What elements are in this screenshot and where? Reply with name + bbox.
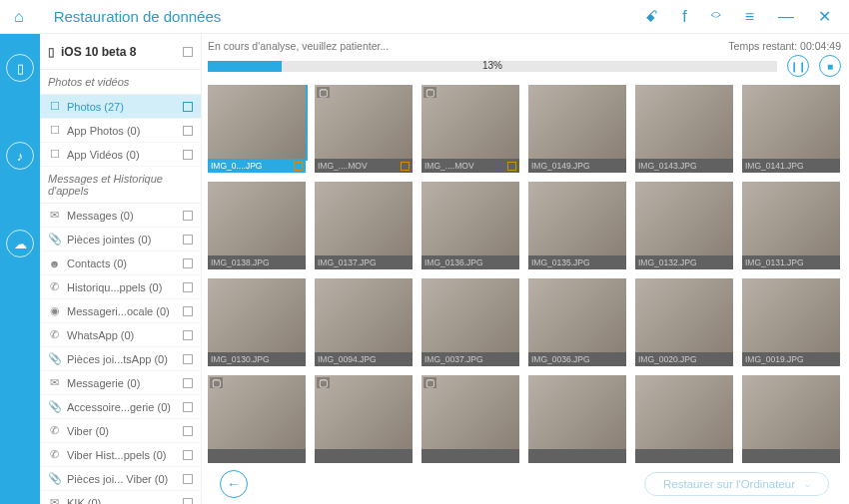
thumbnail[interactable]: IMG_0131.JPG	[742, 182, 840, 269]
close-icon[interactable]: ✕	[818, 7, 831, 26]
thumbnail[interactable]	[742, 375, 840, 463]
thumbnail[interactable]: IMG_0135.JPG	[528, 182, 626, 269]
item-checkbox[interactable]	[183, 282, 193, 292]
pause-button[interactable]: ❙❙	[787, 55, 809, 77]
item-icon: 📎	[48, 352, 61, 365]
sidebar-item[interactable]: 📎Pièces joi...tsApp (0)	[40, 347, 201, 371]
thumbnail[interactable]: IMG_0136.JPG	[422, 182, 519, 269]
item-checkbox[interactable]	[183, 402, 193, 412]
thumb-filename: IMG_0143.JPG	[638, 161, 730, 171]
thumbnail[interactable]: IMG_0141.JPG	[742, 85, 840, 173]
thumbnail[interactable]: IMG_0137.JPG	[315, 182, 413, 269]
thumb-filename: IMG_....MOV	[318, 161, 401, 171]
item-icon: ☻	[48, 257, 61, 269]
thumbnail[interactable]	[528, 375, 626, 463]
sidebar-item[interactable]: ✆Viber Hist...ppels (0)	[40, 443, 201, 467]
rail-device-icon[interactable]: ▯	[6, 54, 34, 82]
progress-status: En cours d'analyse, veuillez patienter..…	[208, 40, 389, 52]
titlebar: ⌂ Restauration de données ꗃ f ⌔ ≡ — ✕	[0, 0, 849, 34]
item-checkbox[interactable]	[183, 306, 193, 316]
key-icon[interactable]: ꗃ	[645, 8, 658, 26]
item-label: Messagerie (0)	[67, 377, 177, 389]
thumbnail[interactable]: ▢	[315, 375, 413, 463]
thumbnail[interactable]: IMG_0130.JPG	[208, 278, 306, 366]
sidebar-item[interactable]: ☐App Photos (0)	[40, 119, 201, 143]
item-label: App Photos (0)	[67, 125, 177, 137]
device-checkbox[interactable]	[183, 47, 193, 57]
thumbnail[interactable]: ▢IMG_....MOV	[422, 85, 519, 173]
thumbnail[interactable]	[635, 375, 733, 463]
item-checkbox[interactable]	[183, 211, 193, 221]
thumb-filename: IMG_0020.JPG	[638, 354, 730, 364]
thumbnail[interactable]: IMG_0149.JPG	[528, 85, 626, 173]
thumbnail[interactable]: ▢	[422, 375, 519, 463]
facebook-icon[interactable]: f	[682, 8, 686, 26]
sidebar-item[interactable]: ✆WhatsApp (0)	[40, 323, 201, 347]
left-rail: ▯ ♪ ☁	[0, 34, 40, 504]
rail-cloud-icon[interactable]: ☁	[6, 230, 34, 257]
device-icon: ▯	[48, 45, 55, 59]
minimize-icon[interactable]: —	[778, 8, 794, 26]
item-checkbox[interactable]	[183, 235, 193, 245]
item-label: Pièces joi...tsApp (0)	[67, 353, 177, 365]
thumbnail[interactable]: IMG_0138.JPG	[208, 182, 306, 269]
thumbnail[interactable]: IMG_0094.JPG	[315, 278, 413, 366]
sidebar-item[interactable]: 📎Pièces jointes (0)	[40, 228, 201, 252]
chat-icon[interactable]: ⌔	[711, 8, 721, 26]
back-button[interactable]: ←	[220, 470, 248, 498]
item-checkbox[interactable]	[183, 426, 193, 436]
thumb-filename: IMG_0130.JPG	[211, 354, 303, 364]
stop-button[interactable]: ■	[819, 55, 841, 77]
sidebar-item[interactable]: ◉Messageri...ocale (0)	[40, 299, 201, 323]
video-icon: ▢	[210, 377, 223, 388]
thumb-filename: IMG_0141.JPG	[745, 161, 837, 171]
item-icon: ✉	[48, 376, 61, 389]
item-checkbox[interactable]	[183, 474, 193, 484]
sidebar-item[interactable]: 📎Pièces joi... Viber (0)	[40, 467, 201, 491]
sidebar-item[interactable]: ☻Contacts (0)	[40, 252, 201, 275]
thumbnail[interactable]: ▢	[208, 375, 306, 463]
item-label: WhatsApp (0)	[67, 329, 177, 341]
item-label: Viber Hist...ppels (0)	[67, 449, 177, 461]
item-icon: ✆	[48, 424, 61, 437]
item-label: Historiqu...ppels (0)	[67, 281, 177, 293]
thumbnail[interactable]: IMG_0143.JPG	[635, 85, 733, 173]
menu-icon[interactable]: ≡	[745, 8, 754, 26]
thumb-filename: IMG_0149.JPG	[531, 161, 623, 171]
sidebar-item[interactable]: ✆Viber (0)	[40, 419, 201, 443]
sidebar-item[interactable]: ✉KIK (0)	[40, 491, 201, 504]
section-header: Messages et Historique d'appels	[40, 167, 201, 204]
item-checkbox[interactable]	[183, 354, 193, 364]
thumbnail[interactable]: ▢IMG_....MOV	[315, 85, 413, 173]
sidebar-item[interactable]: ✉Messages (0)	[40, 204, 201, 228]
restore-button[interactable]: Restaurer sur l'Ordinateur ⌵	[644, 472, 829, 496]
thumb-marker-icon	[294, 162, 303, 171]
sidebar-item[interactable]: 📎Accessoire...gerie (0)	[40, 395, 201, 419]
sidebar-item[interactable]: ✉Messagerie (0)	[40, 371, 201, 395]
thumbnail[interactable]: IMG_0020.JPG	[635, 278, 733, 366]
thumbnail[interactable]: IMG_0....JPG	[208, 85, 306, 173]
video-icon: ▢	[424, 377, 436, 388]
item-checkbox[interactable]	[183, 330, 193, 340]
item-label: KIK (0)	[67, 497, 177, 505]
device-row[interactable]: ▯ iOS 10 beta 8	[40, 34, 201, 70]
thumbnail[interactable]: IMG_0132.JPG	[635, 182, 733, 269]
thumbnail[interactable]: IMG_0036.JPG	[528, 278, 626, 366]
thumbnail[interactable]: IMG_0037.JPG	[422, 278, 519, 366]
sidebar-item[interactable]: ✆Historiqu...ppels (0)	[40, 275, 201, 299]
rail-music-icon[interactable]: ♪	[6, 142, 34, 170]
item-checkbox[interactable]	[183, 498, 193, 505]
item-checkbox[interactable]	[183, 126, 193, 136]
home-icon[interactable]: ⌂	[14, 8, 24, 26]
item-checkbox[interactable]	[183, 102, 193, 112]
thumbnail[interactable]: IMG_0019.JPG	[742, 278, 840, 366]
sidebar-item[interactable]: ☐Photos (27)	[40, 95, 201, 119]
item-checkbox[interactable]	[183, 450, 193, 460]
thumb-filename: IMG_0132.JPG	[638, 257, 730, 267]
sidebar-item[interactable]: ☐App Vidéos (0)	[40, 143, 201, 167]
item-checkbox[interactable]	[183, 150, 193, 160]
item-checkbox[interactable]	[183, 378, 193, 388]
thumb-marker-icon	[401, 162, 410, 171]
item-icon: 📎	[48, 472, 61, 485]
item-checkbox[interactable]	[183, 258, 193, 268]
